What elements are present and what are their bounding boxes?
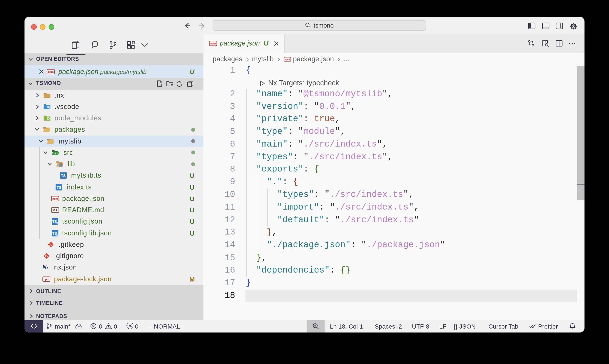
svg-text:TS: TS <box>61 174 66 178</box>
svg-text:npm: npm <box>48 70 53 73</box>
svg-text:TS: TS <box>57 185 61 190</box>
svg-text:npm: npm <box>52 197 58 200</box>
svg-text:npm: npm <box>210 42 216 45</box>
svg-text:npm: npm <box>285 58 290 61</box>
svg-text:</>: </> <box>54 152 57 155</box>
svg-text:JS: JS <box>47 117 50 120</box>
svg-text:npm: npm <box>43 277 49 281</box>
svg-text:M: M <box>52 208 55 212</box>
